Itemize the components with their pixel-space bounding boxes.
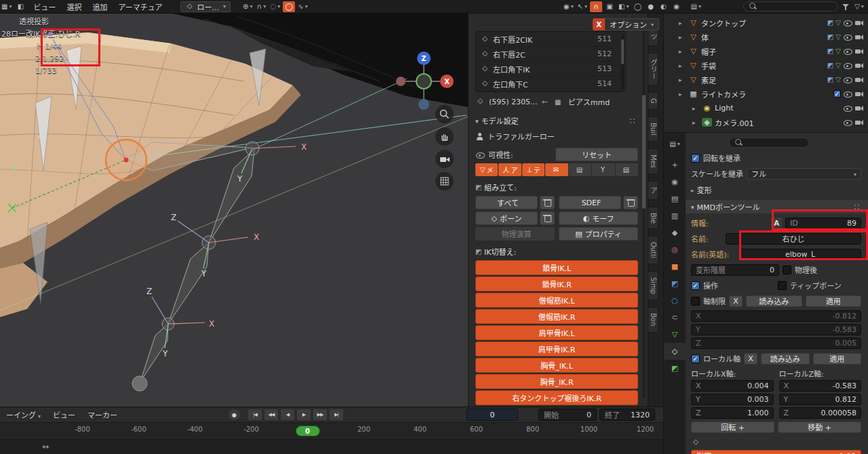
close-icon[interactable]: X xyxy=(593,18,605,30)
transform-orientation-dropdown[interactable]: ⊕ xyxy=(241,1,254,12)
playback-button[interactable]: |◀ xyxy=(248,409,262,421)
frame-end-field[interactable]: 終了1320 xyxy=(599,409,655,421)
outliner-collection-filter-icon[interactable]: ▽ xyxy=(853,1,865,12)
ik-toggle-button[interactable]: 鎖骨IK.L xyxy=(475,260,638,275)
expand-icon[interactable] xyxy=(692,118,699,127)
sidebar-tab[interactable]: ア xyxy=(648,181,658,200)
object-type-icon[interactable] xyxy=(688,75,698,84)
outliner-search[interactable] xyxy=(743,1,838,12)
outliner-row[interactable]: 帽子 xyxy=(664,44,868,58)
hide-viewport-icon[interactable] xyxy=(843,118,852,127)
object-name[interactable]: カメラ.001 xyxy=(715,117,840,128)
ik-toggle-button[interactable]: 胸骨_IK.R xyxy=(475,374,638,389)
after-physics-checkbox[interactable] xyxy=(783,266,791,274)
list-scrollbar[interactable] xyxy=(621,34,624,89)
properties-tab[interactable]: ▽ xyxy=(664,326,686,343)
ik-toggle-button[interactable]: 僧帽筋IK.R xyxy=(475,309,638,324)
visibility-toggle[interactable]: ▽メ xyxy=(475,163,498,176)
snap-magnet-icon[interactable]: ∩ xyxy=(256,1,268,12)
expand-icon[interactable] xyxy=(679,18,686,27)
menu-item[interactable]: ビュー xyxy=(28,0,61,14)
mesh-data-icon[interactable] xyxy=(835,19,841,26)
gizmo-y-ring[interactable] xyxy=(416,74,431,89)
local-x-y-field[interactable]: Y0.003 xyxy=(691,394,774,405)
clear-button[interactable] xyxy=(540,196,555,209)
hide-render-icon[interactable] xyxy=(854,18,864,27)
datablock-name[interactable]: (595) 2305... xyxy=(489,98,538,106)
object-name[interactable]: ピアスmmd xyxy=(568,96,610,107)
properties-tab[interactable]: ▥ xyxy=(664,207,686,224)
local-z-y-field[interactable]: Y0.812 xyxy=(779,394,862,405)
object-type-icon[interactable] xyxy=(688,33,698,41)
properties-tab[interactable]: ⊂ xyxy=(664,309,686,326)
object-name[interactable]: 素足 xyxy=(701,75,825,85)
mode-dropdown[interactable]: ロー... xyxy=(180,1,231,12)
gizmo-negx-axis[interactable] xyxy=(396,77,406,86)
pan-hand-button[interactable] xyxy=(435,127,454,146)
outliner-row[interactable]: 素足 xyxy=(664,73,868,87)
hide-render-icon[interactable] xyxy=(854,47,864,56)
local-axes-load-button[interactable]: 読み込み xyxy=(761,353,810,365)
unlink-arrow-icon[interactable]: ← xyxy=(542,98,548,106)
bone-list-row[interactable]: 右下唇2CIK 511 xyxy=(476,32,625,47)
outliner-row[interactable]: カメラ.001 xyxy=(664,115,868,129)
3d-viewport[interactable]: X Y X Y Z X Y Z Y Z 透視投影 28ロー改IK修正:ひじ.R … xyxy=(0,14,468,407)
assemble-button[interactable]: すべて xyxy=(475,196,538,209)
hide-viewport-icon[interactable] xyxy=(843,61,852,70)
playback-button[interactable]: ▶▶ xyxy=(313,409,328,421)
timeline-menu[interactable]: ビュー xyxy=(48,409,80,420)
mesh-data-icon[interactable] xyxy=(835,62,841,69)
proportional-on-icon[interactable]: ◯ xyxy=(283,1,295,12)
object-type-icon[interactable] xyxy=(688,61,698,70)
show-gizmo-icon[interactable]: ▣ xyxy=(604,1,616,12)
bone-name-field[interactable]: 右ひじ xyxy=(726,233,861,245)
assemble-button[interactable]: ▤プロパティ xyxy=(559,227,638,241)
mesh-data-icon[interactable] xyxy=(835,76,841,83)
panel-model-setup[interactable]: モデル設定 xyxy=(475,114,638,127)
mesh-data-icon[interactable] xyxy=(835,33,841,41)
hide-render-icon[interactable] xyxy=(854,104,864,112)
clear-button[interactable] xyxy=(623,196,638,209)
inherit-rotation-checkbox[interactable] xyxy=(691,154,700,163)
timeline-track-area[interactable]: ↔ xyxy=(0,440,663,454)
falloff-curve-icon[interactable]: ∿ xyxy=(296,1,309,12)
properties-tab[interactable]: + xyxy=(664,157,686,173)
fixed-axis-apply-button[interactable]: 適用 xyxy=(806,295,862,307)
pan-icon[interactable]: ↔ xyxy=(42,442,49,451)
record-button[interactable]: ● xyxy=(228,409,241,421)
modifier-icon[interactable] xyxy=(827,19,833,26)
local-axes-apply-button[interactable]: 適用 xyxy=(813,353,862,365)
properties-tab[interactable]: ◆ xyxy=(664,224,686,241)
object-name[interactable]: Light xyxy=(715,104,840,112)
expand-icon[interactable] xyxy=(679,61,686,70)
shading-mode-icon[interactable]: ● xyxy=(645,1,657,12)
local-z-z-field[interactable]: Z0.000058 xyxy=(779,407,862,419)
menu-item[interactable]: 選択 xyxy=(61,0,87,14)
visibility-toggle[interactable]: Y xyxy=(592,163,614,176)
properties-tab[interactable]: ◩ xyxy=(664,360,686,377)
influence-slider[interactable]: 影響1.00 xyxy=(691,450,861,454)
hide-render-icon[interactable] xyxy=(854,61,864,70)
bone-id-field[interactable]: ID89 xyxy=(785,218,861,229)
properties-tab[interactable]: ◩ xyxy=(664,275,686,292)
outliner-display-mode-icon[interactable]: ▤ xyxy=(690,1,703,12)
outliner-row[interactable]: 手袋 xyxy=(664,58,868,73)
proportional-edit-icon[interactable]: ◌ xyxy=(269,1,282,12)
sidebar-tab[interactable]: Bon xyxy=(648,307,658,332)
grid-toggle-button[interactable] xyxy=(435,172,454,190)
visibility-toggle[interactable]: ▤ xyxy=(616,163,638,176)
object-name[interactable]: 体 xyxy=(701,32,825,43)
move-plus-button[interactable]: 移動 + xyxy=(778,421,861,433)
outliner-filter-icon[interactable] xyxy=(840,1,852,12)
sidebar-tab[interactable]: Ble xyxy=(648,207,658,230)
hide-render-icon[interactable] xyxy=(854,89,864,98)
properties-tab[interactable]: ■ xyxy=(664,258,686,275)
outliner-row[interactable]: 体 xyxy=(664,30,868,44)
collection-checkbox[interactable] xyxy=(833,90,841,98)
visibility-toggle[interactable]: ✉ xyxy=(545,163,568,176)
object-name[interactable]: 手袋 xyxy=(701,60,825,71)
expand-icon[interactable] xyxy=(679,89,686,98)
assemble-button[interactable]: ◐モーフ xyxy=(559,211,638,225)
controllable-checkbox[interactable] xyxy=(691,281,700,290)
fixed-axis-y-field[interactable]: Y-0.583 xyxy=(691,324,861,335)
